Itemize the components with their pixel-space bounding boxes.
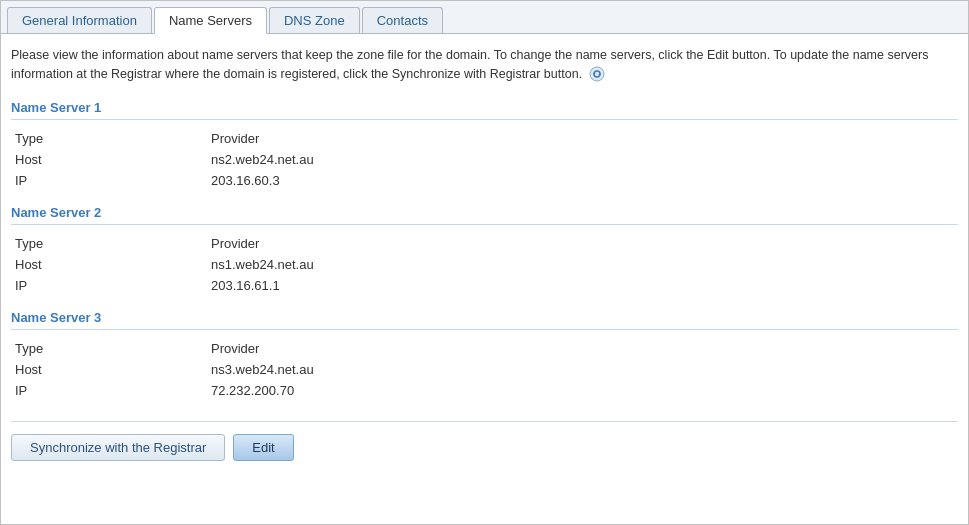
tab-contacts[interactable]: Contacts [362, 7, 443, 33]
field-label: Host [11, 359, 211, 380]
field-value: 72.232.200.70 [211, 380, 958, 401]
content-area: Please view the information about name s… [1, 34, 968, 471]
info-text: Please view the information about name s… [11, 46, 958, 84]
nameserver-title-1: Name Server 1 [11, 100, 958, 120]
field-value: ns3.web24.net.au [211, 359, 958, 380]
table-row: TypeProvider [11, 128, 958, 149]
nameserver-title-3: Name Server 3 [11, 310, 958, 330]
table-row: Hostns1.web24.net.au [11, 254, 958, 275]
tab-name-servers[interactable]: Name Servers [154, 7, 267, 34]
tab-dns-zone[interactable]: DNS Zone [269, 7, 360, 33]
nameserver-section-2: Name Server 2TypeProviderHostns1.web24.n… [11, 205, 958, 296]
table-row: Hostns2.web24.net.au [11, 149, 958, 170]
field-label: Host [11, 254, 211, 275]
tab-bar: General Information Name Servers DNS Zon… [1, 1, 968, 34]
field-value: ns1.web24.net.au [211, 254, 958, 275]
edit-button[interactable]: Edit [233, 434, 293, 461]
sync-button[interactable]: Synchronize with the Registrar [11, 434, 225, 461]
svg-point-0 [590, 67, 604, 81]
field-value: Provider [211, 233, 958, 254]
table-row: Hostns3.web24.net.au [11, 359, 958, 380]
nameserver-container: Name Server 1TypeProviderHostns2.web24.n… [11, 100, 958, 401]
nameserver-title-2: Name Server 2 [11, 205, 958, 225]
table-row: TypeProvider [11, 233, 958, 254]
nameserver-fields-1: TypeProviderHostns2.web24.net.auIP203.16… [11, 128, 958, 191]
field-value: Provider [211, 128, 958, 149]
nameserver-section-1: Name Server 1TypeProviderHostns2.web24.n… [11, 100, 958, 191]
buttons-row: Synchronize with the Registrar Edit [11, 421, 958, 461]
field-label: IP [11, 275, 211, 296]
field-label: Type [11, 233, 211, 254]
sync-help-icon[interactable] [589, 66, 605, 82]
table-row: TypeProvider [11, 338, 958, 359]
field-label: IP [11, 170, 211, 191]
field-value: ns2.web24.net.au [211, 149, 958, 170]
table-row: IP72.232.200.70 [11, 380, 958, 401]
nameserver-section-3: Name Server 3TypeProviderHostns3.web24.n… [11, 310, 958, 401]
table-row: IP203.16.61.1 [11, 275, 958, 296]
page-wrapper: General Information Name Servers DNS Zon… [0, 0, 969, 525]
field-label: IP [11, 380, 211, 401]
tab-general-information[interactable]: General Information [7, 7, 152, 33]
nameserver-fields-3: TypeProviderHostns3.web24.net.auIP72.232… [11, 338, 958, 401]
nameserver-fields-2: TypeProviderHostns1.web24.net.auIP203.16… [11, 233, 958, 296]
field-value: 203.16.61.1 [211, 275, 958, 296]
field-label: Type [11, 128, 211, 149]
table-row: IP203.16.60.3 [11, 170, 958, 191]
info-text-content: Please view the information about name s… [11, 48, 928, 81]
field-value: Provider [211, 338, 958, 359]
field-label: Type [11, 338, 211, 359]
field-value: 203.16.60.3 [211, 170, 958, 191]
field-label: Host [11, 149, 211, 170]
